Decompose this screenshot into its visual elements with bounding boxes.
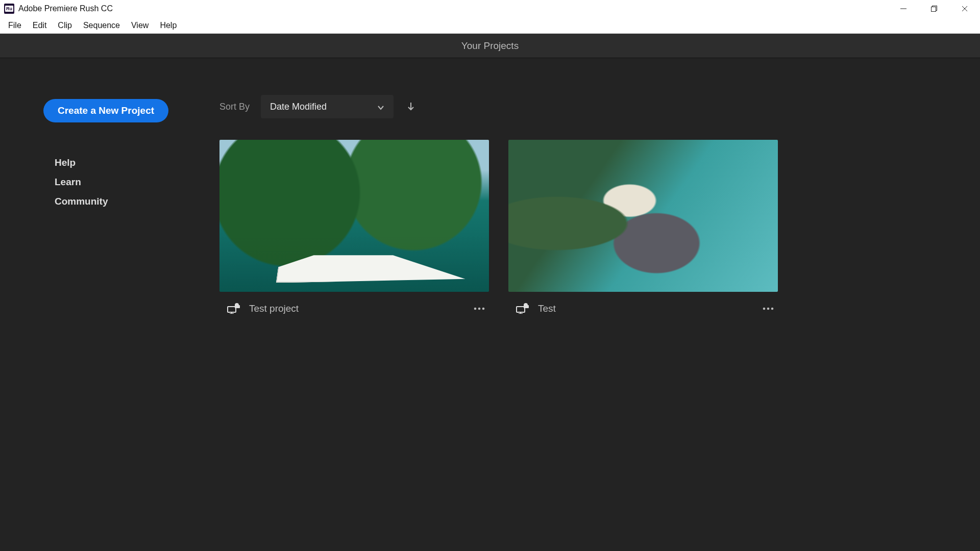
svg-point-17 — [771, 308, 774, 310]
window-title: Adobe Premiere Rush CC — [18, 4, 113, 13]
svg-point-15 — [763, 308, 766, 310]
menu-clip[interactable]: Clip — [53, 19, 77, 32]
project-thumbnail — [508, 140, 778, 292]
svg-point-11 — [482, 308, 485, 310]
cloud-sync-icon — [226, 303, 240, 315]
sort-select[interactable]: Date Modified — [261, 95, 394, 118]
project-card[interactable]: Test project — [219, 140, 489, 315]
sidebar-link-community[interactable]: Community — [55, 196, 219, 207]
maximize-button[interactable] — [919, 0, 949, 17]
project-name: Test — [538, 303, 752, 314]
project-grid: Test project — [219, 140, 980, 315]
titlebar: Ru Adobe Premiere Rush CC — [0, 0, 980, 17]
menu-file[interactable]: File — [3, 19, 27, 32]
menu-edit[interactable]: Edit — [28, 19, 52, 32]
svg-rect-2 — [932, 7, 936, 12]
sort-selected-value: Date Modified — [270, 102, 327, 112]
svg-point-9 — [474, 308, 477, 310]
close-button[interactable] — [949, 0, 980, 17]
svg-rect-12 — [517, 307, 525, 312]
app-icon: Ru — [4, 4, 14, 14]
window-controls — [888, 0, 980, 17]
project-thumbnail — [219, 140, 489, 292]
chevron-down-icon — [377, 103, 384, 110]
project-more-button[interactable] — [762, 302, 775, 315]
cloud-sync-icon — [514, 303, 529, 315]
project-more-button[interactable] — [473, 302, 486, 315]
menu-sequence[interactable]: Sequence — [78, 19, 125, 32]
menu-help[interactable]: Help — [155, 19, 182, 32]
content-area: Sort By Date Modified — [219, 58, 980, 551]
page-title: Your Projects — [0, 34, 980, 58]
sidebar: Create a New Project Help Learn Communit… — [0, 58, 219, 551]
project-card[interactable]: Test — [508, 140, 778, 315]
menu-view[interactable]: View — [126, 19, 154, 32]
sidebar-link-learn[interactable]: Learn — [55, 177, 219, 188]
sort-direction-button[interactable] — [405, 101, 417, 113]
svg-point-10 — [478, 308, 481, 310]
menubar: File Edit Clip Sequence View Help — [0, 17, 980, 34]
project-name: Test project — [249, 303, 463, 314]
create-new-project-button[interactable]: Create a New Project — [43, 99, 168, 122]
sort-label: Sort By — [219, 102, 250, 112]
minimize-button[interactable] — [888, 0, 919, 17]
svg-rect-6 — [228, 307, 236, 312]
svg-point-16 — [767, 308, 770, 310]
sidebar-link-help[interactable]: Help — [55, 157, 219, 168]
sort-controls: Sort By Date Modified — [219, 95, 980, 118]
